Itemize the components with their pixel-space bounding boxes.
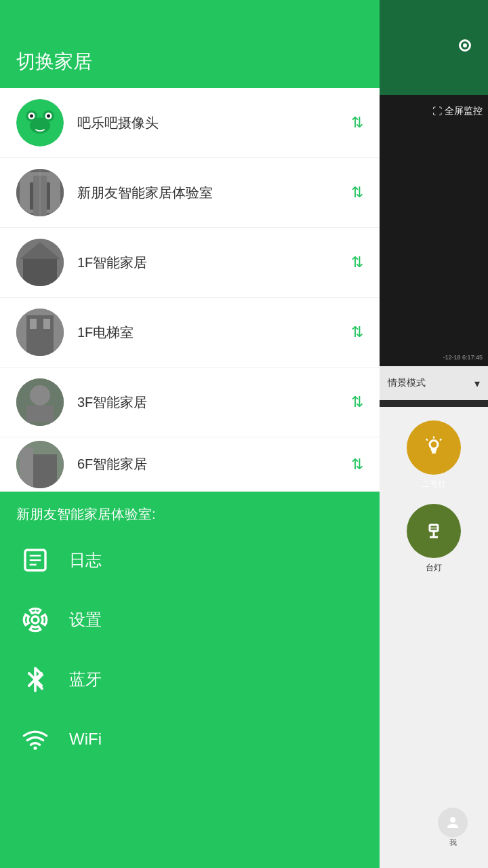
home-item-3[interactable]: 1F智能家居 ⇅ — [0, 228, 380, 298]
home-name-1: 吧乐吧摄像头 — [77, 114, 351, 132]
right-top-bar — [380, 0, 488, 95]
me-icon[interactable] — [438, 808, 468, 837]
wifi-icon — [20, 724, 50, 754]
home-item-2[interactable]: 新朋友智能家居体验室 ⇅ — [0, 158, 380, 228]
sort-icon-2: ⇅ — [351, 184, 363, 201]
device-light-2[interactable] — [407, 420, 461, 475]
bluetooth-icon — [20, 665, 50, 694]
svg-rect-36 — [20, 448, 33, 488]
devices-area: 二号灯 台灯 我 — [380, 407, 488, 868]
svg-rect-33 — [26, 406, 54, 422]
home-avatar-6 — [16, 441, 64, 488]
svg-line-5 — [426, 439, 428, 440]
gear-icon — [20, 605, 50, 635]
fullscreen-button[interactable]: ⛶ 全屏监控 — [432, 105, 483, 117]
svg-point-18 — [47, 115, 50, 118]
home-name-6: 6F智能家居 — [77, 455, 351, 473]
menu-label-bluetooth: 蓝牙 — [69, 669, 102, 690]
home-name-5: 3F智能家居 — [77, 393, 351, 412]
panel-header: 切换家居 — [0, 0, 380, 88]
menu-label-wifi: WiFi — [69, 730, 102, 749]
camera-preview: -12-18 6:17:45 — [380, 95, 488, 366]
bottom-menu: 新朋友智能家居体验室: 日志 设置 — [0, 492, 380, 868]
camera-icon — [453, 33, 477, 62]
svg-point-11 — [450, 817, 455, 823]
camera-timestamp: -12-18 6:17:45 — [443, 354, 483, 361]
svg-point-41 — [32, 616, 39, 623]
fullscreen-label: 全屏监控 — [445, 105, 483, 117]
svg-rect-25 — [23, 259, 57, 286]
menu-item-wifi[interactable]: WiFi — [0, 709, 380, 769]
svg-line-6 — [440, 439, 441, 440]
home-item-6[interactable]: 6F智能家居 ⇅ — [0, 437, 380, 492]
sort-icon-3: ⇅ — [351, 254, 363, 271]
svg-rect-29 — [30, 319, 37, 329]
svg-point-17 — [30, 115, 33, 118]
menu-item-log[interactable]: 日志 — [0, 530, 380, 590]
panel-title: 切换家居 — [16, 49, 92, 75]
device-desk-lamp[interactable] — [407, 504, 461, 558]
home-avatar-1 — [16, 99, 64, 146]
scene-mode-label: 情景模式 — [388, 377, 426, 389]
svg-point-1 — [463, 43, 467, 47]
svg-point-32 — [30, 385, 50, 406]
menu-label-settings: 设置 — [69, 609, 102, 631]
home-avatar-3 — [16, 239, 64, 286]
home-avatar-4 — [16, 309, 64, 356]
home-list: 吧乐吧摄像头 ⇅ 新朋友智能家居体验室 ⇅ — [0, 88, 380, 492]
home-name-2: 新朋友智能家居体验室 — [77, 184, 351, 202]
svg-rect-10 — [431, 527, 437, 529]
menu-item-settings[interactable]: 设置 — [0, 590, 380, 650]
list-icon — [20, 545, 50, 575]
chevron-down-icon[interactable]: ▾ — [474, 377, 480, 390]
menu-label-log: 日志 — [69, 549, 102, 571]
home-item-1[interactable]: 吧乐吧摄像头 ⇅ — [0, 88, 380, 158]
menu-item-bluetooth[interactable]: 蓝牙 — [0, 650, 380, 709]
svg-rect-30 — [43, 319, 50, 329]
home-name-4: 1F电梯室 — [77, 323, 351, 342]
home-avatar-2 — [16, 169, 64, 216]
svg-point-42 — [34, 747, 37, 750]
device-desk-lamp-label: 台灯 — [426, 562, 442, 574]
svg-point-2 — [430, 441, 438, 449]
sort-icon-6: ⇅ — [351, 456, 363, 473]
sort-icon-5: ⇅ — [351, 393, 363, 411]
home-avatar-5 — [16, 378, 64, 426]
scene-mode-bar: 情景模式 ▾ — [380, 366, 488, 400]
home-name-3: 1F智能家居 — [77, 254, 351, 272]
sort-icon-4: ⇅ — [351, 323, 363, 341]
main-panel: 切换家居 吧乐吧摄像头 — [0, 0, 380, 868]
device-light-2-label: 二号灯 — [422, 479, 446, 490]
home-item-5[interactable]: 3F智能家居 ⇅ — [0, 368, 380, 437]
sort-icon-1: ⇅ — [351, 114, 363, 132]
home-item-4[interactable]: 1F电梯室 ⇅ — [0, 298, 380, 368]
menu-context-label: 新朋友智能家居体验室: — [0, 492, 380, 530]
